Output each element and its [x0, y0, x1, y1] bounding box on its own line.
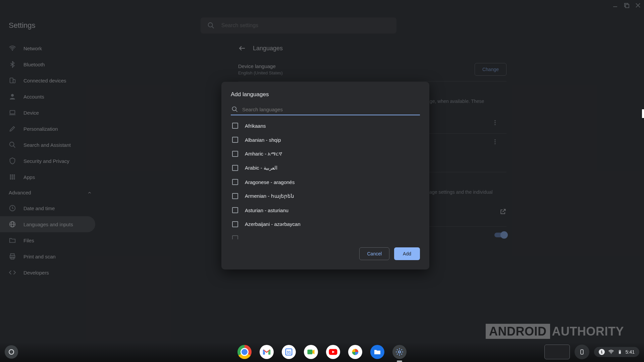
language-option[interactable]: Aragonese - aragonés [231, 175, 420, 189]
app-gmail[interactable] [260, 345, 274, 359]
checkbox[interactable] [232, 235, 238, 239]
language-option[interactable]: Armenian - հայերեն [231, 189, 420, 203]
svg-point-43 [398, 351, 401, 353]
app-settings[interactable] [392, 345, 407, 359]
phone-icon [579, 349, 585, 355]
language-option[interactable]: Afrikaans [231, 119, 420, 133]
checkbox[interactable] [232, 221, 238, 227]
app-meet[interactable] [304, 345, 318, 359]
clock: 5:41 [626, 349, 635, 355]
app-photos[interactable] [348, 345, 362, 359]
checkbox[interactable] [232, 179, 238, 185]
svg-rect-44 [581, 350, 583, 354]
app-files[interactable] [370, 345, 384, 359]
add-languages-dialog: Add languages Afrikaans Albanian - shqip… [221, 82, 429, 269]
checkbox[interactable] [232, 137, 238, 143]
svg-point-37 [232, 107, 236, 111]
shelf-apps: 31 [237, 345, 407, 359]
language-option[interactable]: Amharic - አማርኛ [231, 147, 420, 161]
language-option[interactable]: Albanian - shqip [231, 133, 420, 147]
svg-point-45 [611, 353, 611, 354]
notification-badge: 1 [599, 349, 605, 355]
svg-line-38 [236, 110, 237, 112]
checkbox[interactable] [232, 165, 238, 171]
language-option[interactable] [231, 231, 420, 239]
add-button[interactable]: Add [394, 247, 420, 260]
phone-hub-button[interactable] [575, 345, 589, 359]
shelf: 31 1 5:41 [0, 342, 644, 362]
checkbox[interactable] [232, 207, 238, 213]
language-list[interactable]: Afrikaans Albanian - shqip Amharic - አማር… [231, 119, 420, 239]
battery-icon [618, 349, 622, 355]
dialog-search[interactable] [231, 105, 420, 115]
language-option[interactable]: Azerbaijani - azərbaycan [231, 217, 420, 231]
dialog-title: Add languages [231, 91, 420, 98]
window-preview[interactable] [544, 345, 570, 359]
launcher-button[interactable] [5, 345, 18, 359]
svg-rect-47 [620, 350, 620, 350]
language-option[interactable]: Asturian - asturianu [231, 203, 420, 217]
wifi-icon [608, 349, 614, 355]
search-icon [231, 106, 238, 113]
text-cursor [642, 109, 644, 118]
dialog-search-input[interactable] [242, 107, 419, 112]
checkbox[interactable] [232, 193, 238, 199]
app-youtube[interactable] [326, 345, 340, 359]
app-calendar[interactable]: 31 [282, 345, 296, 359]
checkbox[interactable] [232, 151, 238, 157]
svg-text:31: 31 [287, 350, 291, 354]
cancel-button[interactable]: Cancel [359, 247, 389, 260]
app-chrome[interactable] [237, 345, 252, 359]
language-option[interactable]: Arabic - العربية [231, 161, 420, 175]
checkbox[interactable] [232, 123, 238, 129]
svg-rect-48 [619, 351, 621, 354]
svg-rect-41 [308, 350, 313, 354]
system-tray[interactable]: 1 5:41 [594, 347, 639, 357]
